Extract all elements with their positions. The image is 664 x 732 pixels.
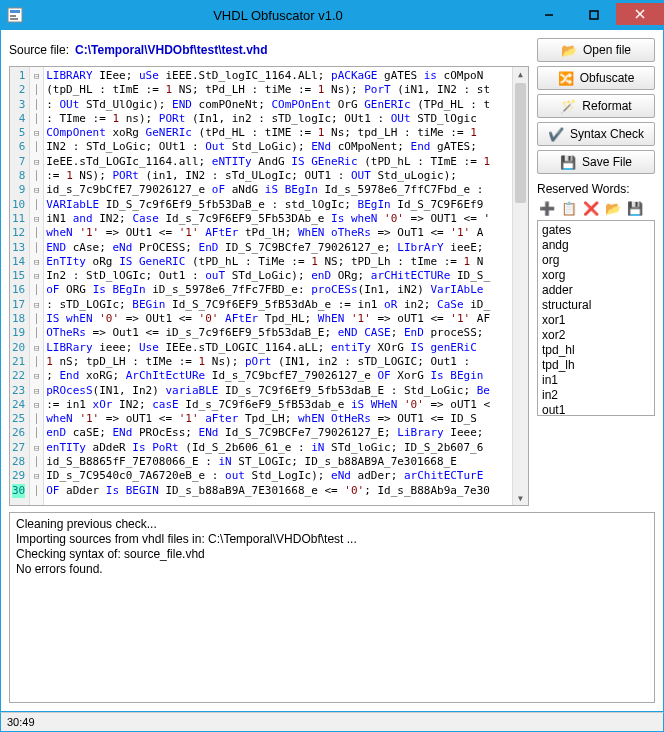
code-line[interactable]: : sTD_LOGIc; BEGin Id_S_7C9f6EF9_5fB53dA… xyxy=(46,298,510,312)
fold-marker[interactable]: ⊟ xyxy=(30,441,43,455)
code-line[interactable]: EnTIty oRg IS GeneRIC (tPD_hL : TiMe := … xyxy=(46,255,510,269)
scroll-up-arrow[interactable]: ▲ xyxy=(513,67,528,81)
reserved-word-item[interactable]: in1 xyxy=(542,373,650,388)
line-number: 8 xyxy=(12,169,25,183)
reserved-word-item[interactable]: xorg xyxy=(542,268,650,283)
maximize-button[interactable] xyxy=(571,3,616,27)
fold-marker[interactable]: ⊟ xyxy=(30,398,43,412)
fold-marker[interactable]: │ xyxy=(30,455,43,469)
code-line[interactable]: OTheRs => Out1 <= iD_s_7c9f6EF9_5fb53daB… xyxy=(46,326,510,340)
line-number: 7 xyxy=(12,155,25,169)
line-number: 16 xyxy=(12,283,25,297)
fold-marker[interactable]: │ xyxy=(30,484,43,498)
code-line[interactable]: (tpD_HL : tImE := 1 NS; tPd_LH : tiMe :=… xyxy=(46,83,510,97)
code-line[interactable]: enTITy aDdeR Is PoRt (Id_S_2b606_61_e : … xyxy=(46,441,510,455)
fold-marker[interactable]: ⊟ xyxy=(30,255,43,269)
fold-marker[interactable]: │ xyxy=(30,98,43,112)
fold-marker[interactable]: ⊟ xyxy=(30,384,43,398)
code-line[interactable]: OF aDder Is BEGIN ID_s_b88aB9A_7E301668_… xyxy=(46,484,510,498)
fold-marker[interactable]: │ xyxy=(30,283,43,297)
open-words-button[interactable]: 📂 xyxy=(603,198,623,218)
fold-marker[interactable]: │ xyxy=(30,426,43,440)
fold-marker[interactable]: ⊟ xyxy=(30,69,43,83)
line-number: 11 xyxy=(12,212,25,226)
fold-marker[interactable]: │ xyxy=(30,355,43,369)
code-line[interactable]: oF ORG Is BEgIn iD_s_5978e6_7fFc7FBD_e: … xyxy=(46,283,510,297)
reserved-word-item[interactable]: xor1 xyxy=(542,313,650,328)
code-line[interactable]: IS whEN '0' => OUt1 <= '0' AFtEr Tpd_HL;… xyxy=(46,312,510,326)
reserved-word-item[interactable]: in2 xyxy=(542,388,650,403)
scroll-thumb[interactable] xyxy=(515,83,526,203)
code-line[interactable]: id_S_B8865fF_7E708066_E : iN ST_LOGIc; I… xyxy=(46,455,510,469)
fold-marker[interactable]: │ xyxy=(30,241,43,255)
save-file-button[interactable]: 💾Save File xyxy=(537,150,655,174)
code-line[interactable]: id_s_7c9bCfE7_79026127_e oF aNdG iS BEgI… xyxy=(46,183,510,197)
paste-word-button[interactable]: 📋 xyxy=(559,198,579,218)
code-line[interactable]: := 1 NS); PORt (in1, IN2 : sTd_ULogIc; O… xyxy=(46,169,510,183)
add-word-button[interactable]: ➕ xyxy=(537,198,557,218)
code-line[interactable]: iN1 and IN2; Case Id_s_7c9F6EF9_5Fb53DAb… xyxy=(46,212,510,226)
fold-marker[interactable]: ⊟ xyxy=(30,298,43,312)
scroll-down-arrow[interactable]: ▼ xyxy=(513,491,528,505)
code-line[interactable]: wheN '1' => oUT1 <= '1' aFter Tpd_LH; wh… xyxy=(46,412,510,426)
code-line[interactable]: VARIabLE ID_S_7c9f6Ef9_5fb53DaB_e : std_… xyxy=(46,198,510,212)
reserved-word-item[interactable]: gates xyxy=(542,223,650,238)
fold-marker[interactable]: ⊟ xyxy=(30,126,43,140)
code-line[interactable]: END cAse; eNd PrOCESS; EnD ID_S_7C9BCfe7… xyxy=(46,241,510,255)
syntax-check-button[interactable]: ✔️Syntax Check xyxy=(537,122,655,146)
code-editor[interactable]: 1234567891011121314151617181920212223242… xyxy=(9,66,529,506)
save-words-button[interactable]: 💾 xyxy=(625,198,645,218)
code-line[interactable]: LIBRARY IEee; uSe iEEE.StD_logIC_1164.AL… xyxy=(46,69,510,83)
code-line[interactable]: wheN '1' => OUt1 <= '1' AFtEr tPd_lH; Wh… xyxy=(46,226,510,240)
fold-marker[interactable]: ⊟ xyxy=(30,369,43,383)
fold-marker[interactable]: │ xyxy=(30,326,43,340)
code-line[interactable]: ; End xoRG; ArChItEctURe Id_s_7C9bcfE7_7… xyxy=(46,369,510,383)
code-line[interactable]: IeEE.sTd_LOGIc_1164.all; eNTITy AndG IS … xyxy=(46,155,510,169)
code-line[interactable]: COmpOnent xoRg GeNERIc (tPd_HL : tIME :=… xyxy=(46,126,510,140)
code-line[interactable]: In2 : StD_lOGIc; Out1 : ouT STd_LoGic); … xyxy=(46,269,510,283)
code-line[interactable]: : OUt STd_UlOgic); END comPOneNt; COmPOn… xyxy=(46,98,510,112)
reserved-word-item[interactable]: adder xyxy=(542,283,650,298)
fold-marker[interactable]: │ xyxy=(30,112,43,126)
fold-marker[interactable]: ⊟ xyxy=(30,183,43,197)
remove-word-button[interactable]: ❌ xyxy=(581,198,601,218)
open-file-button[interactable]: 📂Open file xyxy=(537,38,655,62)
output-panel[interactable]: Cleaning previous check...Importing sour… xyxy=(9,512,655,703)
reserved-word-item[interactable]: structural xyxy=(542,298,650,313)
reserved-word-item[interactable]: out1 xyxy=(542,403,650,416)
fold-gutter[interactable]: ⊟│││⊟│⊟│⊟│⊟││⊟⊟│⊟││⊟│⊟⊟⊟││⊟│⊟│ xyxy=(30,67,44,505)
code-line[interactable]: LIBRary ieee; Use IEEe.sTD_LOGIC_1164.aL… xyxy=(46,341,510,355)
code-line[interactable]: : TIme := 1 ns); PORt (In1, in2 : sTD_lo… xyxy=(46,112,510,126)
fold-marker[interactable]: │ xyxy=(30,312,43,326)
code-line[interactable]: 1 nS; tpD_LH : tIMe := 1 Ns); pOrt (IN1,… xyxy=(46,355,510,369)
fold-marker[interactable]: ⊟ xyxy=(30,212,43,226)
line-number: 4 xyxy=(12,112,25,126)
obfuscate-button[interactable]: 🔀Obfuscate xyxy=(537,66,655,90)
fold-marker[interactable]: ⊟ xyxy=(30,269,43,283)
code-line[interactable]: IN2 : STd_LoGic; OUt1 : Out Std_LoGic); … xyxy=(46,140,510,154)
code-line[interactable]: := in1 xOr IN2; casE Id_s_7C9f6eF9_5fB53… xyxy=(46,398,510,412)
reserved-word-item[interactable]: org xyxy=(542,253,650,268)
close-button[interactable] xyxy=(616,3,664,25)
fold-marker[interactable]: │ xyxy=(30,198,43,212)
vertical-scrollbar[interactable]: ▲ ▼ xyxy=(512,67,528,505)
fold-marker[interactable]: │ xyxy=(30,83,43,97)
fold-marker[interactable]: │ xyxy=(30,226,43,240)
fold-marker[interactable]: │ xyxy=(30,412,43,426)
code-area[interactable]: LIBRARY IEee; uSe iEEE.StD_logIC_1164.AL… xyxy=(44,67,512,505)
reserved-word-item[interactable]: xor2 xyxy=(542,328,650,343)
reserved-word-item[interactable]: tpd_hl xyxy=(542,343,650,358)
reserved-word-item[interactable]: andg xyxy=(542,238,650,253)
fold-marker[interactable]: │ xyxy=(30,140,43,154)
code-line[interactable]: pROcesS(IN1, In2) variaBLE ID_s_7C9f6Ef9… xyxy=(46,384,510,398)
fold-marker[interactable]: ⊟ xyxy=(30,469,43,483)
reserved-words-list[interactable]: gatesandgorgxorgadderstructuralxor1xor2t… xyxy=(537,220,655,416)
code-line[interactable]: enD caSE; ENd PROcEss; ENd Id_S_7C9BCFe7… xyxy=(46,426,510,440)
code-line[interactable]: ID_s_7C9540c0_7A6720eB_e : out Std_LogIc… xyxy=(46,469,510,483)
fold-marker[interactable]: │ xyxy=(30,169,43,183)
minimize-button[interactable] xyxy=(526,3,571,27)
reserved-word-item[interactable]: tpd_lh xyxy=(542,358,650,373)
reformat-button[interactable]: 🪄Reformat xyxy=(537,94,655,118)
fold-marker[interactable]: ⊟ xyxy=(30,341,43,355)
fold-marker[interactable]: ⊟ xyxy=(30,155,43,169)
